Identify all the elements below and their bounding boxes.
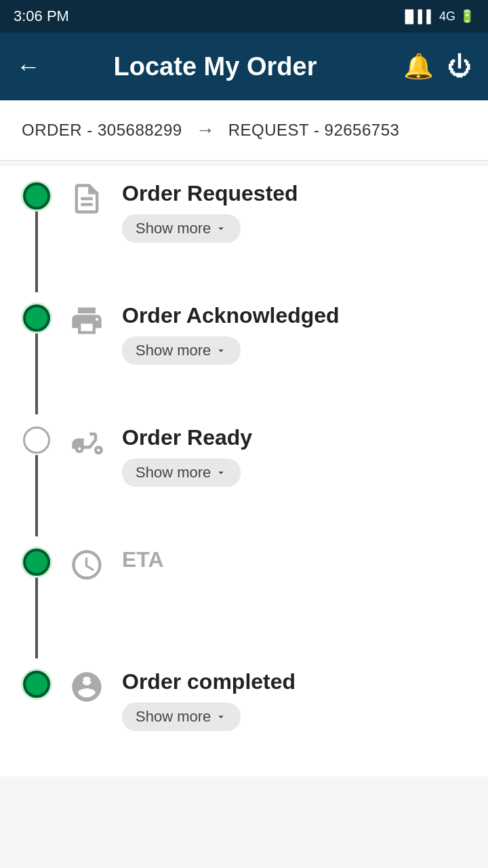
timeline-item-order-ready: Order Ready Show more [0, 424, 488, 546]
dot-line-3 [16, 424, 57, 536]
chevron-down-icon-2 [215, 344, 227, 357]
dot-line-1 [16, 180, 57, 292]
document-icon [69, 181, 104, 216]
step-icon-4 [62, 546, 111, 583]
step-icon-2 [62, 302, 111, 338]
step-dot-3 [23, 427, 50, 454]
status-bar-right: ▐▌▌▌ 4G 🔋 [401, 9, 474, 24]
step-content-4: ETA [111, 546, 472, 586]
dot-line-2 [16, 302, 57, 414]
time: 3:06 PM [14, 7, 69, 25]
step-content-2: Order Acknowledged Show more [111, 302, 472, 378]
step-line-3 [35, 455, 38, 536]
step-line-1 [35, 211, 38, 292]
timeline-item-eta: ETA [0, 546, 488, 668]
order-arrow: → [196, 119, 215, 141]
scooter-icon [69, 425, 104, 460]
back-button[interactable]: ← [16, 52, 41, 81]
timeline-item-order-requested: Order Requested Show more [0, 180, 488, 302]
worker-icon [69, 669, 104, 705]
network-type: 4G [439, 9, 455, 24]
step-title-2: Order Acknowledged [122, 303, 472, 328]
show-more-button-5[interactable]: Show more [122, 703, 241, 731]
timeline-item-order-completed: Order completed Show more [0, 668, 488, 763]
step-line-4 [35, 577, 38, 658]
clock-icon [69, 547, 104, 583]
app-bar: ← Locate My Order 🔔 ⏻ [0, 33, 488, 100]
step-icon-1 [62, 180, 111, 216]
step-dot-2 [23, 304, 50, 332]
chevron-down-icon-1 [215, 222, 227, 235]
step-title-3: Order Ready [122, 425, 472, 450]
step-content-3: Order Ready Show more [111, 424, 472, 500]
chevron-down-icon-3 [215, 467, 227, 479]
show-more-button-3[interactable]: Show more [122, 458, 241, 487]
signal-icon: ▐▌▌▌ [401, 9, 435, 24]
notification-icon[interactable]: 🔔 [403, 52, 434, 81]
order-header: ORDER - 305688299 → REQUEST - 92656753 [0, 100, 488, 161]
order-id: ORDER - 305688299 [22, 121, 182, 140]
step-dot-4 [23, 549, 50, 576]
step-icon-3 [62, 424, 111, 460]
dot-line-4 [16, 546, 57, 658]
request-id: REQUEST - 92656753 [228, 121, 400, 140]
printer-icon [69, 303, 104, 338]
dot-line-5 [16, 668, 57, 698]
page-title: Locate My Order [54, 52, 376, 81]
timeline: Order Requested Show more Order Acknowle… [0, 166, 488, 776]
chevron-down-icon-5 [215, 711, 227, 723]
status-bar: 3:06 PM ▐▌▌▌ 4G 🔋 [0, 0, 488, 33]
timeline-item-order-acknowledged: Order Acknowledged Show more [0, 302, 488, 424]
step-title-4: ETA [122, 547, 472, 572]
step-icon-5 [62, 668, 111, 705]
show-more-label-5: Show more [136, 708, 211, 726]
step-line-2 [35, 333, 38, 414]
show-more-label-3: Show more [136, 464, 211, 481]
step-dot-1 [23, 182, 50, 210]
step-content-1: Order Requested Show more [111, 180, 472, 256]
show-more-label-2: Show more [136, 342, 211, 359]
power-icon[interactable]: ⏻ [447, 52, 472, 81]
step-content-5: Order completed Show more [111, 668, 472, 745]
battery-icon: 🔋 [460, 9, 474, 24]
step-title-5: Order completed [122, 669, 472, 694]
show-more-button-2[interactable]: Show more [122, 336, 241, 365]
show-more-button-1[interactable]: Show more [122, 214, 241, 243]
step-dot-5 [23, 671, 50, 698]
show-more-label-1: Show more [136, 220, 211, 237]
step-title-1: Order Requested [122, 181, 472, 206]
